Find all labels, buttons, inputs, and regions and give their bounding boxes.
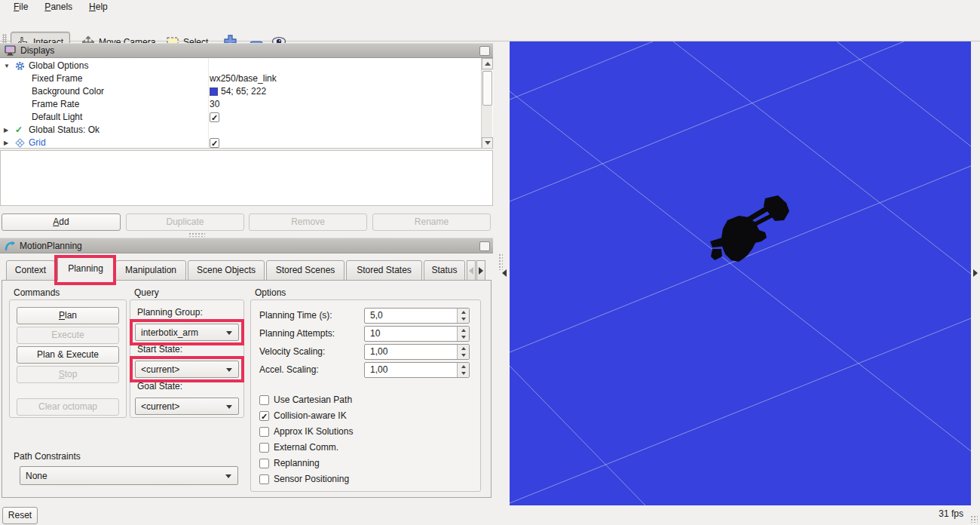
tab-stored-scenes[interactable]: Stored Scenes [266, 260, 345, 281]
checkbox-box[interactable]: ✓ [259, 411, 269, 421]
checkbox-box[interactable] [259, 443, 269, 453]
clear-octomap-button[interactable]: Clear octomap [17, 398, 119, 416]
spinner-buttons[interactable] [457, 363, 469, 377]
spinner-buttons[interactable] [457, 327, 469, 341]
velocity-scaling-label: Velocity Scaling: [259, 346, 325, 357]
window-resize-grip[interactable] [970, 515, 978, 523]
view-splitter-collapse-handle[interactable] [502, 269, 507, 277]
scroll-down-button[interactable] [482, 137, 493, 149]
motionplanning-panel-header[interactable]: MotionPlanning [0, 238, 493, 253]
panel-splitter-handle[interactable] [188, 232, 205, 237]
ground-grid-lines [510, 41, 971, 505]
approx-ik-solutions-checkbox[interactable]: Approx IK Solutions [259, 425, 353, 438]
motionplanning-panel-title: MotionPlanning [20, 241, 82, 251]
tab-planning[interactable]: Planning [57, 256, 114, 281]
rename-display-button[interactable]: Rename [372, 213, 491, 231]
checkbox-box[interactable] [259, 427, 269, 437]
checkbox-box[interactable] [259, 459, 269, 468]
plan-button[interactable]: Plan [17, 307, 119, 324]
tree-row-background-color[interactable]: Background Color 54; 65; 222 [0, 85, 480, 98]
options-heading: Options [255, 287, 286, 298]
collision-aware-ik-checkbox[interactable]: ✓ Collision-aware IK [259, 410, 347, 422]
motionplanning-icon [5, 241, 15, 251]
reset-button[interactable]: Reset [2, 507, 38, 524]
tree-row-frame-rate[interactable]: Frame Rate 30 [0, 98, 480, 111]
expander-icon[interactable]: ▶ [4, 137, 8, 149]
velocity-scaling-value: 1,00 [370, 345, 387, 359]
tree-row-grid[interactable]: ▶ Grid ✓ [0, 137, 480, 149]
menu-item-help[interactable]: Help [81, 1, 115, 14]
right-splitter-handle[interactable] [973, 269, 978, 277]
remove-display-button[interactable]: Remove [249, 213, 367, 231]
scrollbar-thumb[interactable] [482, 71, 492, 106]
tab-status[interactable]: Status [424, 260, 465, 281]
sensor-positioning-checkbox[interactable]: Sensor Positioning [259, 473, 349, 485]
fixed-frame-value[interactable]: wx250/base_link [210, 72, 277, 85]
checkbox-label: Use Cartesian Path [274, 395, 352, 405]
tree-row-label: Grid [29, 137, 46, 149]
display-description-area [0, 150, 493, 206]
tab-scroll-left-button[interactable] [467, 260, 476, 281]
default-light-checkbox[interactable]: ✓ [210, 112, 219, 122]
accel-scaling-spinbox[interactable]: 1,00 [364, 362, 470, 378]
tree-row-default-light[interactable]: Default Light ✓ [0, 111, 480, 124]
menu-item-file[interactable]: File [6, 1, 35, 14]
checkbox-label: Replanning [274, 458, 320, 468]
goal-state-dropdown[interactable]: <current> [135, 398, 239, 415]
monitor-icon [5, 45, 16, 56]
execute-button[interactable]: Execute [17, 327, 119, 344]
motionplanning-panel-float-button[interactable] [479, 241, 490, 251]
displays-scrollbar[interactable] [481, 58, 492, 149]
planning-time-value: 5,0 [370, 309, 383, 323]
tree-row-global-options[interactable]: ▼ Global Options [0, 60, 480, 72]
grid-and-robot [510, 41, 971, 505]
goal-state-value: <current> [141, 401, 179, 412]
start-state-dropdown[interactable]: <current> [135, 361, 239, 378]
accel-scaling-value: 1,00 [370, 363, 387, 377]
planning-attempts-spinbox[interactable]: 10 [364, 326, 470, 342]
view-splitter-dots[interactable] [498, 253, 503, 270]
path-constraints-dropdown[interactable]: None [20, 466, 238, 485]
scroll-up-button[interactable] [482, 58, 493, 69]
tab-manipulation[interactable]: Manipulation [115, 260, 186, 281]
external-comm-checkbox[interactable]: External Comm. [259, 441, 338, 453]
tree-row-fixed-frame[interactable]: Fixed Frame wx250/base_link [0, 72, 480, 85]
velocity-scaling-spinbox[interactable]: 1,00 [364, 344, 470, 360]
displays-tree: ▼ Global Options Fixed Frame wx250/base_… [0, 58, 493, 149]
frame-rate-value[interactable]: 30 [210, 98, 219, 111]
planning-time-spinbox[interactable]: 5,0 [364, 308, 470, 324]
checkbox-label: Collision-aware IK [274, 410, 347, 421]
chevron-down-icon [226, 405, 232, 409]
stop-button[interactable]: Stop [17, 366, 119, 383]
plan-and-execute-button[interactable]: Plan & Execute [17, 346, 119, 364]
background-color-value[interactable]: 54; 65; 222 [210, 85, 266, 98]
add-display-button[interactable]: Add [2, 213, 121, 231]
color-swatch [210, 88, 218, 96]
3d-viewport[interactable] [510, 41, 971, 505]
checkbox-box[interactable] [259, 395, 269, 405]
spinner-buttons[interactable] [457, 345, 469, 359]
use-cartesian-path-checkbox[interactable]: Use Cartesian Path [259, 394, 352, 406]
expander-icon[interactable]: ▼ [4, 60, 10, 72]
displays-panel-header[interactable]: Displays [0, 43, 493, 58]
toolbar: Interact Move Camera Select [0, 14, 980, 41]
chevron-down-icon [226, 368, 232, 372]
grid-display-icon [15, 138, 25, 148]
tree-row-global-status[interactable]: ▶ ✓ Global Status: Ok [0, 124, 480, 137]
tab-scene-objects[interactable]: Scene Objects [188, 260, 265, 281]
grid-checkbox[interactable]: ✓ [210, 138, 219, 148]
displays-panel-float-button[interactable] [479, 46, 490, 56]
chevron-down-icon [225, 474, 231, 478]
tab-stored-states[interactable]: Stored States [346, 260, 422, 281]
robot-arm-silhouette [710, 195, 789, 262]
planning-group-dropdown[interactable]: interbotix_arm [135, 324, 239, 341]
checkbox-label: Approx IK Solutions [274, 426, 353, 437]
menu-item-panels[interactable]: Panels [37, 1, 80, 14]
spinner-buttons[interactable] [457, 309, 469, 323]
tab-scroll-right-button[interactable] [476, 260, 485, 281]
tab-context[interactable]: Context [6, 260, 55, 281]
checkbox-box[interactable] [259, 474, 269, 484]
replanning-checkbox[interactable]: Replanning [259, 457, 320, 469]
expander-icon[interactable]: ▶ [4, 124, 8, 137]
duplicate-display-button[interactable]: Duplicate [126, 213, 244, 231]
